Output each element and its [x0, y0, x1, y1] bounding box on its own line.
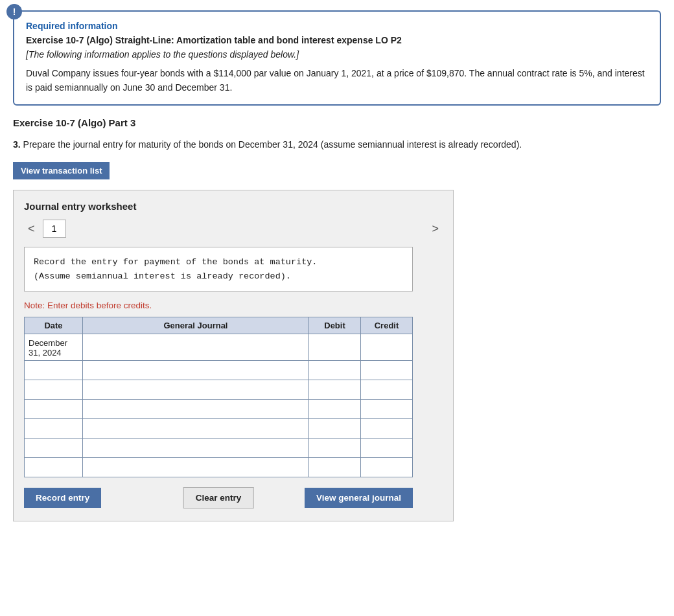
journal-input[interactable]	[83, 400, 308, 418]
credit-input[interactable]	[361, 419, 412, 438]
required-info-label: Required information	[26, 21, 648, 31]
instruction-box: Record the entry for payment of the bond…	[24, 247, 413, 291]
journal-cell[interactable]	[83, 400, 309, 419]
journal-input[interactable]	[83, 380, 308, 399]
header-debit: Debit	[309, 317, 361, 334]
debit-input[interactable]	[309, 458, 360, 477]
credit-cell[interactable]	[361, 380, 413, 400]
credit-input[interactable]	[361, 439, 412, 457]
credit-input[interactable]	[361, 458, 412, 477]
applies-text: [The following information applies to th…	[26, 49, 648, 60]
date-cell: December 31, 2024	[25, 334, 83, 361]
date-cell	[25, 380, 83, 400]
journal-table: Date General Journal Debit Credit Decemb…	[24, 317, 413, 477]
header-credit: Credit	[361, 317, 413, 334]
journal-input[interactable]	[83, 458, 308, 477]
debit-cell[interactable]	[309, 380, 361, 400]
nav-left: <	[24, 220, 66, 238]
credit-cell[interactable]	[361, 361, 413, 380]
debit-cell[interactable]	[309, 458, 361, 477]
debit-cell[interactable]	[309, 400, 361, 419]
journal-input[interactable]	[83, 334, 308, 360]
instruction-line1: Record the entry for payment of the bond…	[34, 257, 317, 267]
clear-entry-button[interactable]: Clear entry	[183, 487, 254, 508]
worksheet-title: Journal entry worksheet	[24, 201, 443, 212]
journal-cell[interactable]	[83, 458, 309, 477]
table-row	[25, 380, 413, 400]
credit-input[interactable]	[361, 380, 412, 399]
journal-cell[interactable]	[83, 380, 309, 400]
table-row	[25, 400, 413, 419]
credit-input[interactable]	[361, 361, 412, 380]
table-row	[25, 419, 413, 439]
credit-input[interactable]	[361, 400, 412, 418]
debit-input[interactable]	[309, 439, 360, 457]
credit-cell[interactable]	[361, 400, 413, 419]
credit-cell[interactable]	[361, 334, 413, 361]
journal-input[interactable]	[83, 439, 308, 457]
exclamation-icon: !	[6, 4, 22, 19]
prev-page-button[interactable]: <	[24, 221, 39, 237]
journal-cell[interactable]	[83, 334, 309, 361]
credit-cell[interactable]	[361, 458, 413, 477]
date-cell	[25, 419, 83, 439]
view-general-journal-button[interactable]: View general journal	[305, 488, 413, 508]
note-text: Note: Enter debits before credits.	[24, 301, 443, 310]
exercise-part-heading: Exercise 10-7 (Algo) Part 3	[13, 117, 661, 128]
journal-cell[interactable]	[83, 439, 309, 458]
journal-input[interactable]	[83, 361, 308, 380]
debit-input[interactable]	[309, 380, 360, 399]
table-row	[25, 458, 413, 477]
credit-cell[interactable]	[361, 419, 413, 439]
debit-cell[interactable]	[309, 439, 361, 458]
debit-input[interactable]	[309, 334, 360, 360]
header-general-journal: General Journal	[83, 317, 309, 334]
debit-input[interactable]	[309, 400, 360, 418]
date-cell	[25, 458, 83, 477]
journal-input[interactable]	[83, 419, 308, 438]
date-cell	[25, 400, 83, 419]
debit-input[interactable]	[309, 361, 360, 380]
date-cell	[25, 361, 83, 380]
exercise-title: Exercise 10-7 (Algo) Straight-Line: Amor…	[26, 35, 648, 45]
debit-cell[interactable]	[309, 419, 361, 439]
date-cell	[25, 439, 83, 458]
worksheet-container: Journal entry worksheet < > Record the e…	[13, 190, 454, 521]
credit-input[interactable]	[361, 334, 412, 360]
question-number: 3.	[13, 139, 21, 150]
debit-cell[interactable]	[309, 361, 361, 380]
debit-input[interactable]	[309, 419, 360, 438]
credit-cell[interactable]	[361, 439, 413, 458]
question-text: 3. Prepare the journal entry for maturit…	[13, 137, 661, 152]
question-body-text: Prepare the journal entry for maturity o…	[23, 139, 522, 150]
next-page-button[interactable]: >	[428, 221, 443, 237]
journal-cell[interactable]	[83, 419, 309, 439]
table-row	[25, 361, 413, 380]
table-row	[25, 439, 413, 458]
record-entry-button[interactable]: Record entry	[24, 488, 101, 508]
nav-row: < >	[24, 220, 443, 238]
instruction-line2: (Assume semiannual interest is already r…	[34, 271, 291, 281]
buttons-row: Record entry Clear entry View general jo…	[24, 488, 413, 508]
debit-cell[interactable]	[309, 334, 361, 361]
page-input[interactable]	[43, 220, 66, 238]
table-row: December 31, 2024	[25, 334, 413, 361]
header-date: Date	[25, 317, 83, 334]
description-text: Duval Company issues four-year bonds wit…	[26, 66, 648, 95]
journal-cell[interactable]	[83, 361, 309, 380]
view-transaction-list-button[interactable]: View transaction list	[13, 162, 110, 179]
info-box: ! Required information Exercise 10-7 (Al…	[13, 10, 661, 106]
